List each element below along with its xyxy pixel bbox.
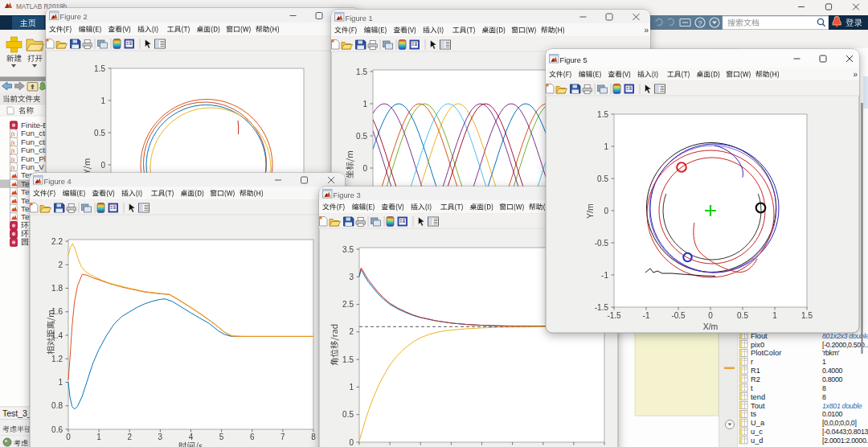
svg-text:8: 8	[822, 384, 826, 392]
svg-text:Fun_V: Fun_V	[21, 162, 44, 171]
svg-text:tend: tend	[751, 393, 765, 401]
svg-text:1: 1	[349, 383, 354, 392]
svg-text:2.5: 2.5	[342, 300, 354, 309]
svg-text:0.5: 0.5	[597, 174, 608, 183]
svg-text:fx: fx	[11, 139, 16, 146]
svg-text:1: 1	[96, 433, 101, 441]
svg-text:0.0100: 0.0100	[822, 410, 843, 418]
svg-text:1.5: 1.5	[94, 64, 105, 73]
svg-text:0: 0	[708, 311, 713, 320]
svg-text:1.6: 1.6	[51, 307, 63, 316]
svg-text:0.4000: 0.4000	[822, 367, 843, 375]
svg-text:3: 3	[349, 273, 354, 281]
svg-text:ts: ts	[751, 410, 757, 418]
svg-text:0.5: 0.5	[342, 410, 354, 419]
svg-text:1: 1	[604, 142, 608, 151]
svg-text:8: 8	[311, 433, 316, 441]
svg-text:u_c: u_c	[751, 428, 763, 436]
svg-text:»: »	[854, 70, 858, 79]
svg-text:8: 8	[822, 393, 826, 401]
svg-text:fx: fx	[11, 147, 16, 154]
svg-text:2: 2	[349, 327, 354, 336]
svg-text:1: 1	[822, 358, 826, 366]
svg-text:[0,0,0;0,0,0]: [0,0,0;0,0,0]	[822, 419, 857, 427]
svg-text:0: 0	[349, 438, 354, 447]
svg-text:R2: R2	[751, 375, 760, 383]
svg-text:R1: R1	[751, 367, 760, 375]
svg-text:1: 1	[58, 378, 63, 387]
svg-text:Tout: Tout	[751, 402, 765, 410]
svg-text:1: 1	[772, 311, 777, 320]
svg-text:0.8000: 0.8000	[822, 375, 843, 383]
svg-text:1.5: 1.5	[597, 110, 608, 119]
svg-text:Fun_ctr: Fun_ctr	[21, 137, 48, 146]
svg-text:2: 2	[127, 433, 132, 441]
svg-text:Figure 5: Figure 5	[560, 56, 588, 64]
svg-text:0.5: 0.5	[737, 311, 748, 320]
svg-text:Fun_ctr: Fun_ctr	[21, 146, 48, 154]
svg-text:»: »	[645, 26, 649, 35]
svg-text:PlotColor: PlotColor	[751, 349, 781, 357]
svg-text:4: 4	[189, 433, 194, 441]
svg-text:fx: fx	[11, 130, 16, 137]
svg-text:r: r	[751, 358, 753, 366]
svg-text:1.2: 1.2	[51, 355, 63, 363]
svg-text:-0.5: -0.5	[671, 311, 686, 320]
svg-text:Fun_ctr: Fun_ctr	[21, 129, 48, 137]
svg-text:1x801 double: 1x801 double	[822, 402, 862, 410]
svg-text:7: 7	[280, 433, 285, 441]
svg-text:-1: -1	[643, 311, 650, 320]
svg-text:0: 0	[362, 164, 367, 173]
svg-text:Figure 2: Figure 2	[60, 13, 88, 21]
svg-text:Figure 1: Figure 1	[346, 14, 373, 23]
svg-text:-1.5: -1.5	[607, 311, 621, 320]
svg-text:Y/m: Y/m	[585, 203, 595, 219]
svg-text:1.5: 1.5	[356, 68, 367, 76]
svg-text:Test_3_: Test_3_	[2, 408, 32, 418]
svg-text:6: 6	[250, 433, 255, 441]
svg-text:fx: fx	[11, 156, 16, 163]
svg-text:5: 5	[219, 433, 224, 441]
svg-text:U_a: U_a	[751, 419, 765, 427]
svg-text:1: 1	[100, 96, 105, 105]
svg-text:t: t	[751, 384, 753, 392]
svg-text:[2.0001:2.0000...: [2.0001:2.0000...	[822, 437, 868, 445]
svg-text:0.5: 0.5	[356, 132, 367, 141]
svg-text:X/m: X/m	[703, 322, 719, 331]
svg-text:1.5: 1.5	[342, 355, 354, 364]
svg-text:1: 1	[362, 100, 367, 109]
svg-text:2: 2	[58, 260, 63, 269]
svg-text:0: 0	[604, 207, 608, 215]
svg-text:-1: -1	[601, 271, 608, 280]
svg-text:1.5: 1.5	[801, 311, 813, 320]
svg-text:u_d: u_d	[751, 437, 764, 445]
svg-text:0.6: 0.6	[51, 425, 63, 434]
svg-text:?: ?	[698, 19, 702, 27]
svg-text:Figure 3: Figure 3	[334, 191, 361, 199]
svg-text:'rbkm': 'rbkm'	[822, 349, 840, 357]
svg-text:-0.5: -0.5	[595, 239, 609, 248]
svg-text:3: 3	[158, 433, 163, 441]
svg-text:0.8: 0.8	[51, 401, 63, 410]
svg-text:fx: fx	[11, 164, 16, 171]
svg-text:[-0.0443;0.8013]: [-0.0443;0.8013]	[822, 428, 868, 436]
svg-text:0.5: 0.5	[94, 129, 105, 137]
svg-text:1.8: 1.8	[51, 284, 63, 293]
svg-text:pix0: pix0	[751, 341, 764, 349]
svg-text:0: 0	[66, 433, 71, 441]
svg-text:2.2: 2.2	[51, 237, 63, 246]
svg-text:0: 0	[100, 161, 105, 170]
svg-text:Figure 4: Figure 4	[44, 178, 72, 186]
svg-text:3.5: 3.5	[342, 245, 354, 254]
